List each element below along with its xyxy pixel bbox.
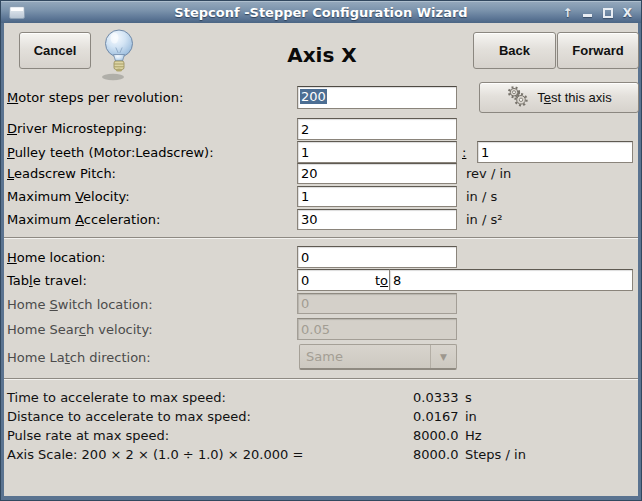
label-part: Maximum xyxy=(7,212,75,227)
label-part: Home xyxy=(7,297,50,312)
label-part: Home La xyxy=(7,350,65,365)
table-travel-end-input[interactable] xyxy=(389,269,633,291)
label-part: witch location: xyxy=(58,297,153,312)
pulley-ratio-separator: : xyxy=(462,145,466,161)
gears-icon xyxy=(506,86,530,110)
max-acceleration-label: Maximum Acceleration: xyxy=(7,212,160,228)
home-location-input[interactable] xyxy=(297,246,457,268)
window-title: Stepconf -Stepper Configuration Wizard xyxy=(1,5,641,20)
forward-button[interactable]: Forward xyxy=(557,32,639,69)
home-search-velocity-label: Home Search velocity: xyxy=(7,322,153,338)
close-icon: X xyxy=(623,6,632,20)
max-acceleration-unit: in / s² xyxy=(466,212,502,228)
label-part: Maximum xyxy=(7,189,75,204)
home-switch-location-input xyxy=(297,293,457,314)
label-mnemonic: e xyxy=(544,90,551,105)
distance-to-accelerate-unit: in xyxy=(465,409,477,425)
motor-steps-label: Motor steps per revolution: xyxy=(7,90,183,106)
leadscrew-pitch-unit: rev / in xyxy=(466,166,511,182)
home-switch-location-label: Home Switch location: xyxy=(7,297,153,313)
axis-scale-value: 8000.0 xyxy=(413,447,459,463)
axis-scale-unit: Steps / in xyxy=(465,447,526,463)
label-part: Tab xyxy=(7,273,29,288)
max-velocity-label: Maximum Velocity: xyxy=(7,189,130,205)
label-mnemonic: D xyxy=(7,121,17,136)
label-mnemonic: c xyxy=(79,322,86,337)
home-location-label: Home location: xyxy=(7,250,106,266)
pulse-rate-label: Pulse rate at max speed: xyxy=(7,428,169,444)
time-to-accelerate-label: Time to accelerate to max speed: xyxy=(7,390,226,406)
label-part: ome location: xyxy=(17,250,106,265)
pulley-teeth-label: Pulley teeth (Motor:Leadscrew): xyxy=(7,145,214,161)
label-part: elocity: xyxy=(83,189,130,204)
test-axis-label: Test this axis xyxy=(537,90,611,105)
cancel-button[interactable]: Cancel xyxy=(19,32,91,69)
label-part: h velocity: xyxy=(86,322,153,337)
label-part: otor steps per revolution: xyxy=(18,90,183,105)
maximize-icon xyxy=(603,8,613,18)
label-part: Home Sear xyxy=(7,322,79,337)
label-part: cceleration: xyxy=(84,212,161,227)
pulse-rate-value: 8000.0 xyxy=(413,428,459,444)
label-part: river Microstepping: xyxy=(17,121,147,136)
axis-scale-label: Axis Scale: 200 × 2 × (1.0 ÷ 1.0) × 20.0… xyxy=(7,447,303,463)
max-velocity-unit: in / s xyxy=(466,189,497,205)
max-acceleration-input[interactable] xyxy=(297,209,457,230)
home-search-velocity-input xyxy=(297,318,457,340)
combo-selected-value: Same xyxy=(300,349,430,364)
label-mnemonic: M xyxy=(7,90,18,105)
microstepping-input[interactable] xyxy=(297,118,457,140)
back-button[interactable]: Back xyxy=(473,32,556,69)
page-title: Axis X xyxy=(201,43,443,67)
window-controls: ↑ X xyxy=(560,2,635,24)
window-menu-icon[interactable] xyxy=(9,6,25,19)
minimize-button[interactable] xyxy=(580,5,595,21)
distance-to-accelerate-value: 0.0167 xyxy=(413,409,459,425)
minimize-icon xyxy=(583,14,592,17)
label-mnemonic: A xyxy=(75,212,84,227)
label-part: ulley teeth (Motor:Leadscrew): xyxy=(15,145,214,160)
leadscrew-pitch-label: Leadscrew Pitch: xyxy=(7,166,116,182)
microstepping-label: Driver Microstepping: xyxy=(7,121,147,137)
pulse-rate-unit: Hz xyxy=(465,428,482,444)
label-mnemonic: L xyxy=(7,166,14,181)
home-latch-direction-label: Home Latch direction: xyxy=(7,350,151,366)
chevron-down-icon: ▼ xyxy=(430,345,456,368)
rollup-button[interactable]: ↑ xyxy=(560,5,575,21)
close-button[interactable]: X xyxy=(620,5,635,21)
table-travel-to-label: to xyxy=(375,273,388,289)
label-mnemonic: H xyxy=(7,250,17,265)
lightbulb-icon xyxy=(99,27,139,81)
distance-to-accelerate-label: Distance to accelerate to max speed: xyxy=(7,409,251,425)
label-part: ch direction: xyxy=(70,350,151,365)
pulley-leadscrew-input[interactable] xyxy=(477,141,633,163)
titlebar[interactable]: Stepconf -Stepper Configuration Wizard ↑… xyxy=(1,1,641,23)
time-to-accelerate-value: 0.0333 xyxy=(413,390,459,406)
separator xyxy=(4,378,638,380)
leadscrew-pitch-input[interactable] xyxy=(297,163,457,184)
motor-steps-input[interactable]: 200 xyxy=(297,86,457,109)
separator xyxy=(4,237,638,239)
max-velocity-input[interactable] xyxy=(297,186,457,207)
pulley-motor-input[interactable] xyxy=(297,141,457,163)
label-part: eadscrew Pitch: xyxy=(14,166,116,181)
label-mnemonic: V xyxy=(75,189,83,204)
label-part: st this axis xyxy=(551,90,612,105)
home-latch-direction-select: Same ▼ xyxy=(299,344,457,370)
rollup-icon: ↑ xyxy=(562,6,572,20)
time-to-accelerate-unit: s xyxy=(465,390,472,406)
test-axis-button[interactable]: Test this axis xyxy=(479,82,639,113)
selected-text: 200 xyxy=(300,89,327,104)
maximize-button[interactable] xyxy=(600,5,615,21)
stepconf-window: Stepconf -Stepper Configuration Wizard ↑… xyxy=(0,0,642,501)
table-travel-label: Table travel: xyxy=(7,273,87,289)
label-part: e travel: xyxy=(33,273,87,288)
label-mnemonic: S xyxy=(50,297,58,312)
label-mnemonic: o xyxy=(380,273,388,288)
label-mnemonic: P xyxy=(7,145,15,160)
